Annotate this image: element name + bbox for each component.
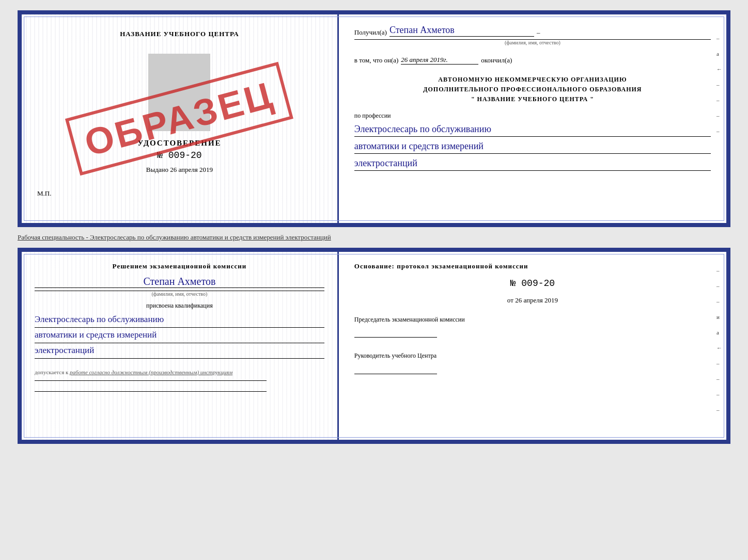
poluchil-dash: – [537,28,540,37]
qual-left-panel: Решением экзаменационной комиссии Степан… [22,252,339,440]
rukovoditel-block: Руководитель учебного Центра [354,351,711,377]
ot-label: от [507,296,513,304]
diploma-side-marks: – а ← – – – – [716,35,722,134]
resheniem-title: Решением экзаменационной комиссии [35,262,324,270]
vydano-date: 26 апреля 2019 [170,166,213,173]
org-block: АВТОНОМНУЮ НЕКОММЕРЧЕСКУЮ ОРГАНИЗАЦИЮ ДО… [354,75,711,105]
diploma-document: НАЗВАНИЕ УЧЕБНОГО ЦЕНТРА УДОСТОВЕРЕНИЕ №… [18,10,730,227]
v-tom-line: в том, что он(а) 26 апреля 2019г. окончи… [354,56,711,65]
predsedatel-block: Председатель экзаменационной комиссии [354,315,711,341]
prisvoena-label: присвоена квалификация [35,302,324,310]
po-professii-label: по профессии [354,112,711,120]
fio-subtitle-diploma: (фамилия, имя, отчество) [354,39,711,45]
profession-line2: автоматики и средств измерений [354,139,711,154]
poluchil-name: Степан Ахметов [389,25,534,37]
profession-line1: Электрослесарь по обслуживанию [354,122,711,137]
poluchil-line: Получил(а) Степан Ахметов – [354,25,711,37]
protocol-number: № 009-20 [354,278,711,289]
dopuskaetsya-label: допускается к [35,369,68,375]
profession-line3: электростанций [354,156,711,171]
qual-side-marks: – – – и а ← – – – – [716,267,722,413]
poluchil-label: Получил(а) [354,28,387,37]
org-line1: АВТОНОМНУЮ НЕКОММЕРЧЕСКУЮ ОРГАНИЗАЦИЮ [354,75,711,85]
qual-right-panel: Основание: протокол экзаменационной коми… [339,252,726,440]
diploma-left-panel: НАЗВАНИЕ УЧЕБНОГО ЦЕНТРА УДОСТОВЕРЕНИЕ №… [22,14,339,223]
udostoverenie-block: УДОСТОВЕРЕНИЕ № 009-20 [32,54,327,161]
photo-placeholder [148,54,210,131]
qual-line1: Электрослесарь по обслуживанию [35,312,324,328]
okonchil-label: окончил(а) [481,56,512,65]
qualification-document: Решением экзаменационной комиссии Степан… [18,248,730,444]
middle-specialty-label: Рабочая специальность - Электрослесарь п… [18,231,730,244]
ot-date: 26 апреля 2019 [515,296,558,304]
org-line2: ДОПОЛНИТЕЛЬНОГО ПРОФЕССИОНАЛЬНОГО ОБРАЗО… [354,85,711,94]
diploma-date: 26 апреля 2019г. [401,56,478,65]
school-name-header: НАЗВАНИЕ УЧЕБНОГО ЦЕНТРА [32,30,327,38]
diploma-number: № 009-20 [32,150,327,161]
vydano-line: Выдано 26 апреля 2019 [32,166,327,174]
document-container: НАЗВАНИЕ УЧЕБНОГО ЦЕНТРА УДОСТОВЕРЕНИЕ №… [18,10,730,444]
vydano-label: Выдано [146,166,168,173]
qual-line2: автоматики и средств измерений [35,328,324,343]
dopusk-value: работе согласно должностным (производств… [70,369,232,375]
fio-subtitle-qual: (фамилия, имя, отчество) [35,291,324,297]
ot-date-block: от 26 апреля 2019 [354,296,711,305]
dopuskaetsya-block: допускается к работе согласно должностны… [35,369,324,375]
rukovoditel-label: Руководитель учебного Центра [354,351,711,361]
predsedatel-label: Председатель экзаменационной комиссии [354,315,711,325]
qual-person-name: Степан Ахметов [35,276,324,288]
diploma-right-panel: Получил(а) Степан Ахметов – (фамилия, им… [339,14,726,223]
predsedatel-signature-line [354,327,437,338]
v-tom-label: в том, что он(а) [354,56,399,65]
qual-line3: электростанций [35,343,324,359]
rukovoditel-signature-line [354,364,437,374]
mp-label: М.П. [32,189,327,198]
org-line3: " НАЗВАНИЕ УЧЕБНОГО ЦЕНТРА " [354,94,711,104]
osnovanie-text: Основание: протокол экзаменационной коми… [354,262,711,270]
udostoverenie-title: УДОСТОВЕРЕНИЕ [32,139,327,148]
